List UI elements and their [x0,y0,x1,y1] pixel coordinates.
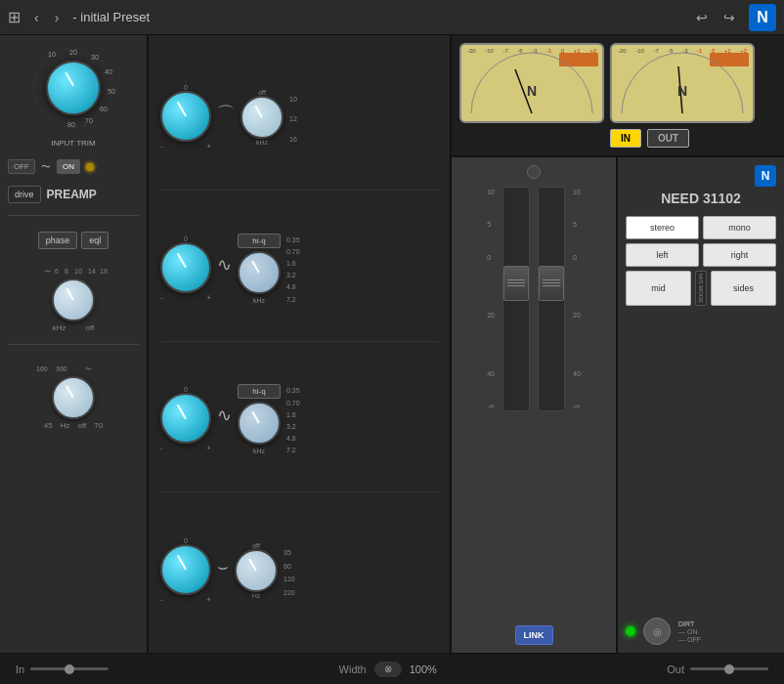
eq3-freq-hiq: hi-q kHz [238,384,281,454]
out-button[interactable]: OUT [647,129,689,148]
svg-text:60: 60 [100,106,108,112]
eq4-gain-area: 0 - + [160,537,211,604]
eq1-gain-knob[interactable] [160,91,211,142]
khz-label: kHz [53,323,66,332]
stereo-button[interactable]: stereo [626,216,699,239]
divider-2 [8,344,139,345]
redo-button[interactable]: ↪ [718,8,741,27]
eq3-freq-knob[interactable] [238,402,281,445]
phase-button[interactable]: phase [38,232,78,249]
svg-rect-21 [710,53,749,66]
fader-left-scale: 10 5 0 20 40 -∞ [487,187,495,411]
fader-2-group [538,187,565,411]
bottom-center: Width ⊗ 100% [124,662,651,677]
width-pct: 100% [410,663,437,675]
eq1-curve-icon: ⌒ [217,102,235,125]
dirt-button[interactable]: ◎ [643,618,671,645]
top-bar: ⊞ ‹ › - initial Preset ↩ ↪ N [0,0,784,35]
hf-knob-area: 〜 6 8 10 14 18 kHz off [39,263,108,332]
undo-button[interactable]: ↩ [690,8,714,27]
eq3-gain-knob[interactable] [160,393,211,444]
in-slider[interactable] [30,667,109,670]
fader-line-3 [507,285,525,286]
wave-icon: 〜 [41,160,51,174]
fader-2-track[interactable] [538,187,565,411]
on-button[interactable]: ON [57,159,80,174]
grid-icon[interactable]: ⊞ [8,8,21,26]
nav-forward-button[interactable]: › [49,8,65,27]
svg-text:N: N [677,83,687,99]
fader-right-scale: 10 5 0 20 40 -∞ [573,187,581,411]
vu-section: -20 -10 -7 -5 -3 -1 0 +1 +2 [452,35,784,157]
link-toggle-icon: ⊗ [384,663,392,674]
main-content: 20 30 40 50 60 70 80 10 INPUT TRIM OFF 〜… [0,35,784,653]
left-button[interactable]: left [626,243,699,267]
svg-text:40: 40 [105,68,112,75]
eq-band-1: 0 - + ⌒ off kHz 10 12 16 [160,45,438,191]
svg-rect-18 [559,53,598,66]
need-logo-area: N [626,165,776,187]
fader-1-handle[interactable] [503,266,529,301]
input-trim-knob[interactable] [46,61,101,115]
eq1-scale: 10 12 16 [289,92,297,143]
eq2-khz-label: kHz [238,297,281,304]
sides-button[interactable]: sides [711,271,776,306]
link-toggle[interactable]: ⊗ [374,662,402,677]
eq2-minus: - [160,293,163,302]
stereo-mono-row: stereo mono [626,216,776,239]
need-panel: N NEED 31102 stereo mono left right mid [618,157,784,653]
fader-1-track[interactable] [502,187,530,411]
off-button[interactable]: OFF [8,159,35,174]
drive-button[interactable]: drive [8,186,41,203]
mid-button[interactable]: mid [626,271,691,306]
eq-band-3: 0 - + ∿ hi-q kHz 0.35 0.70 1.6 3.2 4 [160,348,438,493]
eq-band-2: 0 - + ∿ hi-q kHz 0.35 0.70 1.6 3.2 4 [160,196,438,342]
out-slider[interactable] [690,667,768,670]
vu-right-svg: N [612,45,753,121]
svg-text:14: 14 [88,268,96,275]
on-off-row: — ON [678,628,701,635]
fader-line-2 [507,282,525,283]
need-title: NEED 31102 [626,191,776,206]
mode-column: M/S MODE [695,271,707,306]
eq4-hz-label: Hz [252,592,261,599]
in-label: In [16,663,24,675]
eq4-freq-area: off Hz [235,542,278,599]
eq1-freq-knob[interactable] [240,96,283,139]
lf-freq-knob[interactable] [52,376,95,419]
eq2-hiq-button[interactable]: hi-q [238,234,281,248]
eq4-scale: 35 60 110 220 [283,545,295,596]
eq3-gain-area: 0 - + [160,386,211,452]
svg-text:360: 360 [56,365,67,372]
on-label: — ON [678,628,697,635]
on-off-switches: DIRT — ON — OFF [678,620,701,643]
fader-top-knob[interactable] [527,165,541,179]
eql-button[interactable]: eql [81,232,109,249]
eq2-freq-knob[interactable] [238,251,281,294]
eq4-freq-knob[interactable] [235,549,278,592]
eq2-gain-knob[interactable] [160,242,211,293]
vu-left-svg: N [461,45,602,121]
drive-preamp-area: drive PREAMP [8,186,139,203]
eq4-gain-knob[interactable] [160,544,211,595]
eq3-wave-icon: ∿ [217,405,232,426]
right-button[interactable]: right [703,243,776,267]
nav-back-button[interactable]: ‹ [28,8,45,27]
svg-text:6: 6 [55,268,59,275]
in-button[interactable]: IN [610,129,641,148]
mono-button[interactable]: mono [703,216,776,239]
undo-redo: ↩ ↪ [690,8,741,27]
eq4-minus: - [160,595,163,604]
fader-2-handle[interactable] [539,266,564,301]
link-button[interactable]: LINK [515,625,553,645]
eq3-hiq-button[interactable]: hi-q [238,384,281,399]
width-label: Width [339,663,367,675]
svg-text:〜: 〜 [44,268,51,275]
eq4-plus: + [206,595,211,604]
vu-right-area: -20 -10 -7 -5 -3 -1 0 +1 +2 N [610,43,755,148]
preamp-label: PREAMP [47,188,97,201]
eq2-scale: 0.35 0.70 1.6 3.2 4.8 7.2 [286,235,300,303]
eq1-plus: + [206,142,211,150]
faders-container: 10 5 0 20 40 -∞ [487,187,581,618]
hf-freq-knob[interactable] [52,278,95,321]
